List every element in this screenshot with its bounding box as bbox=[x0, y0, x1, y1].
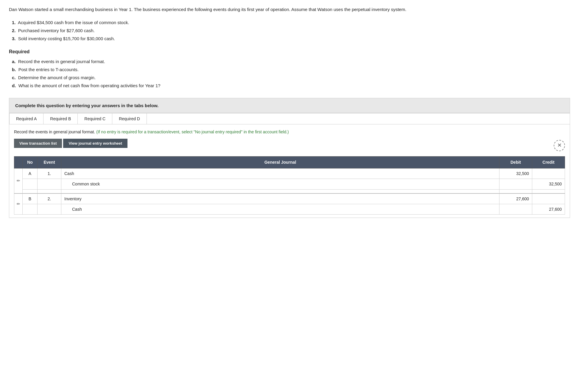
action-row: View transaction list View journal entry… bbox=[14, 139, 565, 152]
row-a-event: 1. bbox=[38, 168, 61, 179]
row-a3-debit bbox=[499, 189, 532, 193]
table-row: Common stock 32,500 bbox=[14, 179, 565, 189]
edit-icon-b[interactable]: ✏ bbox=[17, 201, 20, 207]
row-b-event: 2. bbox=[38, 193, 61, 204]
row-b2-event bbox=[38, 204, 61, 214]
row-a3-event bbox=[38, 189, 61, 193]
view-transaction-button[interactable]: View transaction list bbox=[14, 139, 62, 148]
row-b2-no bbox=[23, 204, 38, 214]
row-a2-event bbox=[38, 179, 61, 189]
required-title: Required bbox=[9, 49, 570, 54]
header-debit: Debit bbox=[499, 157, 532, 168]
tabs-container: Required A Required B Required C Require… bbox=[9, 113, 570, 218]
table-row: ✏ A 1. Cash 32,500 bbox=[14, 168, 565, 179]
row-a3-no bbox=[23, 189, 38, 193]
req-a: a. Record the events in general journal … bbox=[12, 57, 570, 65]
req-c: c. Determine the amount of gross margin. bbox=[12, 74, 570, 82]
table-header: No Event General Journal Debit Credit bbox=[14, 157, 565, 168]
tab-required-b[interactable]: Required B bbox=[43, 113, 78, 124]
row-b-cash-debit bbox=[499, 204, 532, 214]
req-d: d. What is the amount of net cash flow f… bbox=[12, 82, 570, 90]
row-b-cash-credit: 27,600 bbox=[532, 204, 565, 214]
row-a-common-stock-debit bbox=[499, 179, 532, 189]
edit-icon-a[interactable]: ✏ bbox=[17, 177, 20, 184]
row-b-cash[interactable]: Cash bbox=[61, 204, 499, 214]
row-a-common-stock-credit: 32,500 bbox=[532, 179, 565, 189]
view-journal-button[interactable]: View journal entry worksheet bbox=[63, 139, 127, 148]
complete-box: Complete this question by entering your … bbox=[9, 98, 570, 113]
header-pencil bbox=[14, 157, 23, 168]
table-row: Cash 27,600 bbox=[14, 204, 565, 214]
row-b-inventory[interactable]: Inventory bbox=[61, 193, 499, 204]
events-list: 1. Acquired $34,500 cash from the issue … bbox=[12, 18, 570, 43]
close-icon[interactable] bbox=[554, 140, 565, 151]
req-b: b. Post the entries to T-accounts. bbox=[12, 65, 570, 74]
tab-content-required-a: Record the events in general journal for… bbox=[9, 124, 570, 218]
row-a-common-stock[interactable]: Common stock bbox=[61, 179, 499, 189]
pencil-cell-a[interactable]: ✏ bbox=[14, 168, 23, 193]
row-a-no: A bbox=[23, 168, 38, 179]
row-b-no: B bbox=[23, 193, 38, 204]
row-a-cash-debit: 32,500 bbox=[499, 168, 532, 179]
event-2: 2. Purchased inventory for $27,600 cash. bbox=[12, 26, 570, 35]
tabs-row: Required A Required B Required C Require… bbox=[9, 113, 570, 124]
action-buttons: View transaction list View journal entry… bbox=[14, 139, 129, 148]
event-3: 3. Sold inventory costing $15,700 for $3… bbox=[12, 35, 570, 43]
intro-paragraph: Dan Watson started a small merchandising… bbox=[9, 6, 570, 13]
row-a-cash-credit bbox=[532, 168, 565, 179]
row-a3-empty[interactable] bbox=[61, 189, 499, 193]
tab-instruction-note: (If no entry is required for a transacti… bbox=[96, 129, 289, 134]
tab-instruction: Record the events in general journal for… bbox=[14, 129, 565, 135]
row-b-inventory-debit: 27,600 bbox=[499, 193, 532, 204]
table-row: ✏ B 2. Inventory 27,600 bbox=[14, 193, 565, 204]
row-a2-no bbox=[23, 179, 38, 189]
tab-required-a[interactable]: Required A bbox=[9, 113, 43, 124]
header-credit: Credit bbox=[532, 157, 565, 168]
row-a-cash[interactable]: Cash bbox=[61, 168, 499, 179]
table-body: ✏ A 1. Cash 32,500 Common stock 32,500 bbox=[14, 168, 565, 215]
row-b-inventory-credit bbox=[532, 193, 565, 204]
event-1: 1. Acquired $34,500 cash from the issue … bbox=[12, 18, 570, 26]
required-items: a. Record the events in general journal … bbox=[12, 57, 570, 90]
header-event: Event bbox=[38, 157, 61, 168]
row-a3-credit bbox=[532, 189, 565, 193]
required-section: Required a. Record the events in general… bbox=[9, 49, 570, 90]
header-journal: General Journal bbox=[61, 157, 499, 168]
tab-required-c[interactable]: Required C bbox=[78, 113, 112, 124]
table-row bbox=[14, 189, 565, 193]
pencil-cell-b[interactable]: ✏ bbox=[14, 193, 23, 215]
header-no: No bbox=[23, 157, 38, 168]
tab-required-d[interactable]: Required D bbox=[112, 113, 147, 124]
journal-table: No Event General Journal Debit Credit ✏ … bbox=[14, 156, 565, 215]
